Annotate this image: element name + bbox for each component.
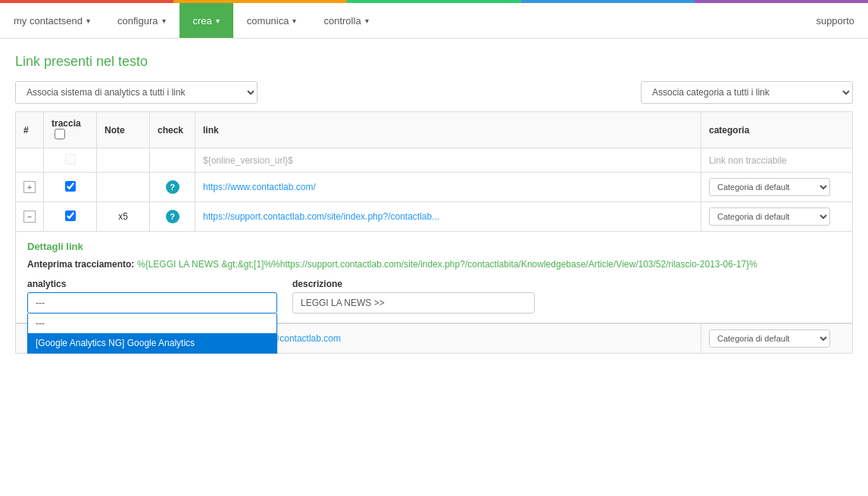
traccia-all-checkbox[interactable]	[55, 129, 65, 139]
nav-label-controlla: controlla	[323, 15, 361, 27]
nav-label-supporto: supporto	[816, 15, 854, 27]
analytics-label: analytics	[27, 279, 277, 289]
row2-note	[97, 173, 150, 202]
row1-traccia-checkbox	[65, 154, 76, 164]
nav-caret-mycontactsend: ▾	[86, 17, 90, 25]
page-title: Link presenti nel testo	[15, 54, 853, 70]
nav-item-crea[interactable]: crea ▾	[180, 3, 233, 38]
table-row: − x5 ? https://support.contactlab.com/si…	[16, 202, 853, 232]
nav-caret-configura: ▾	[162, 17, 166, 25]
row2-categoria-select[interactable]: Categoria di default	[709, 178, 830, 196]
row1-expand	[16, 148, 44, 173]
row1-categoria-text: Link non tracciabile	[709, 155, 787, 166]
row1-link-text: ${online_version_url}$	[203, 155, 293, 166]
row1-categoria: Link non tracciabile	[701, 148, 853, 173]
row3-traccia-checkbox[interactable]	[65, 211, 76, 221]
table-header-row: # traccia Note check link categoria	[16, 112, 853, 148]
th-note: Note	[97, 112, 150, 148]
expand-icon-row3[interactable]: −	[23, 211, 36, 223]
analytics-dropdown: --- [Google Analytics NG] Google Analyti…	[27, 314, 277, 354]
nav-label-mycontactsend: my contactsend	[14, 15, 83, 27]
detail-title: Dettagli link	[27, 241, 841, 252]
analytics-all-select[interactable]: Associa sistema di analytics a tutti i l…	[15, 81, 258, 104]
descrizione-field: descrizione	[292, 279, 535, 314]
th-check: check	[150, 112, 195, 148]
analytics-dropdown-item-google[interactable]: [Google Analytics NG] Google Analytics	[28, 333, 276, 353]
last-row-categoria: Categoria di default	[701, 324, 853, 354]
table-row: ${online_version_url}$ Link non tracciab…	[16, 148, 853, 173]
question-icon-row2[interactable]: ?	[166, 180, 180, 194]
th-hash: #	[16, 112, 44, 148]
nav-label-comunica: comunica	[247, 15, 289, 27]
row1-link: ${online_version_url}$	[195, 148, 701, 173]
nav-item-mycontactsend[interactable]: my contactsend ▾	[0, 3, 104, 38]
row3-categoria-select[interactable]: Categoria di default	[709, 207, 830, 226]
descrizione-label: descrizione	[292, 279, 535, 289]
detail-preview-label: Anteprima tracciamento:	[27, 259, 134, 270]
expand-icon-row2[interactable]: +	[23, 181, 36, 193]
row1-traccia	[44, 148, 97, 173]
row3-link-url[interactable]: https://support.contactlab.com/site/inde…	[203, 211, 439, 222]
analytics-field: analytics --- [Google Analytics NG] Goog…	[27, 279, 277, 314]
row3-traccia	[44, 202, 97, 232]
category-all-select[interactable]: Associa categoria a tutti i link	[641, 81, 853, 104]
nav-bar: my contactsend ▾ configura ▾ crea ▾ comu…	[0, 0, 868, 39]
row1-check	[150, 148, 195, 173]
row3-expand[interactable]: −	[16, 202, 44, 232]
detail-preview-value: %{LEGGI LA NEWS &gt;&gt;[1]%%https://sup…	[137, 259, 757, 270]
row2-categoria: Categoria di default	[701, 173, 853, 202]
th-categoria: categoria	[701, 112, 853, 148]
detail-preview-row: Anteprima tracciamento: %{LEGGI LA NEWS …	[27, 258, 841, 270]
row3-check[interactable]: ?	[150, 202, 195, 232]
nav-caret-comunica: ▾	[292, 17, 296, 25]
links-table: # traccia Note check link categoria	[15, 111, 853, 232]
analytics-select[interactable]: --- [Google Analytics NG] Google Analyti…	[27, 292, 277, 314]
row2-link-url[interactable]: https://www.contactlab.com/	[203, 182, 316, 192]
detail-form-row: analytics --- [Google Analytics NG] Goog…	[27, 279, 841, 314]
descrizione-input[interactable]	[292, 292, 535, 314]
row2-check[interactable]: ?	[150, 173, 195, 202]
row2-link: https://www.contactlab.com/	[195, 173, 701, 202]
nav-caret-crea: ▾	[216, 17, 220, 25]
nav-item-configura[interactable]: configura ▾	[104, 3, 179, 38]
row3-note: x5	[97, 202, 150, 232]
th-traccia: traccia	[44, 112, 97, 148]
row2-traccia-checkbox[interactable]	[65, 181, 76, 192]
question-icon-row3[interactable]: ?	[166, 210, 180, 223]
row1-note	[97, 148, 150, 173]
analytics-dropdown-item-blank[interactable]: ---	[28, 314, 276, 333]
detail-panel: Dettagli link Anteprima tracciamento: %{…	[15, 232, 853, 323]
row3-link: https://support.contactlab.com/site/inde…	[195, 202, 701, 232]
nav-label-configura: configura	[117, 15, 158, 27]
nav-label-crea: crea	[193, 15, 212, 27]
row3-categoria: Categoria di default	[701, 202, 853, 232]
main-content: Link presenti nel testo Associa sistema …	[0, 39, 868, 354]
last-row-categoria-select[interactable]: Categoria di default	[709, 329, 830, 348]
toolbar-row: Associa sistema di analytics a tutti i l…	[15, 81, 853, 104]
nav-item-controlla[interactable]: controlla ▾	[310, 3, 382, 38]
table-row: + ? https://www.contactlab.com/ Categori…	[16, 173, 853, 202]
nav-caret-controlla: ▾	[365, 17, 369, 25]
nav-item-comunica[interactable]: comunica ▾	[233, 3, 311, 38]
row2-expand[interactable]: +	[16, 173, 44, 202]
analytics-select-wrap: --- [Google Analytics NG] Google Analyti…	[27, 292, 277, 314]
row2-traccia	[44, 173, 97, 202]
th-link: link	[195, 112, 701, 148]
nav-item-supporto[interactable]: supporto	[802, 3, 868, 38]
